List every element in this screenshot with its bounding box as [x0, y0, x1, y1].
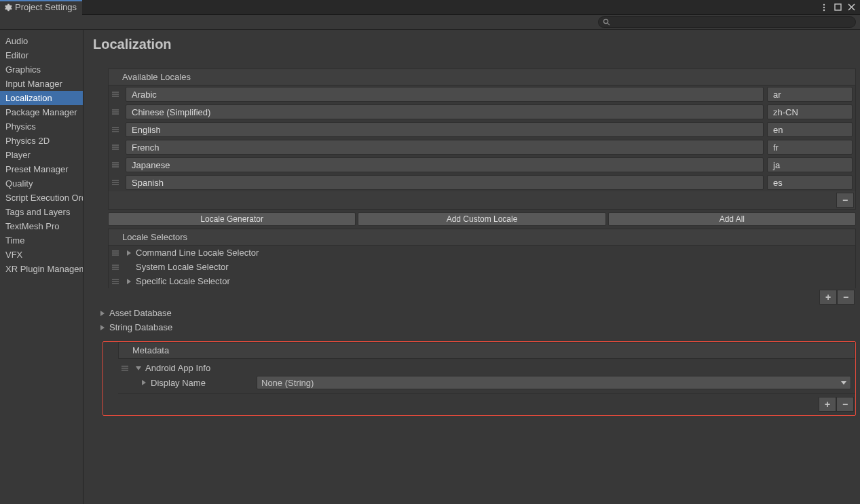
locale-selector-label: Command Line Locale Selector — [136, 248, 259, 258]
svg-point-2 — [823, 9, 825, 10]
svg-marker-44 — [841, 381, 846, 385]
svg-marker-36 — [127, 279, 131, 284]
search-input[interactable] — [598, 16, 856, 28]
sidebar-item-textmesh-pro[interactable]: TextMesh Pro — [0, 219, 83, 233]
drag-handle-icon[interactable] — [109, 161, 122, 168]
remove-metadata-button[interactable]: − — [836, 397, 854, 412]
sidebar-item-audio[interactable]: Audio — [0, 34, 83, 48]
sidebar-item-player[interactable]: Player — [0, 148, 83, 162]
available-locales-list: Arabic ar Chinese (Simplified) zh-CN Eng… — [108, 85, 856, 191]
locale-row: Japanese ja — [109, 156, 855, 174]
drag-handle-icon[interactable] — [109, 144, 122, 151]
add-all-button[interactable]: Add All — [608, 212, 856, 226]
toolbar-row — [0, 15, 860, 30]
drag-handle-icon[interactable] — [109, 126, 122, 133]
locale-name-field[interactable]: Japanese — [126, 157, 764, 172]
locale-code-field[interactable]: ar — [767, 87, 853, 102]
asset-database-label: Asset Database — [109, 308, 172, 318]
sidebar-item-package-manager[interactable]: Package Manager — [0, 105, 83, 119]
sidebar-item-graphics[interactable]: Graphics — [0, 62, 83, 77]
metadata-section: Metadata Android App Info Display Name N… — [102, 341, 856, 416]
svg-marker-43 — [142, 380, 146, 385]
display-name-dropdown[interactable]: None (String) — [257, 376, 851, 389]
sidebar-item-vfx[interactable]: VFX — [0, 248, 83, 262]
drag-handle-icon[interactable] — [109, 179, 122, 186]
locale-code-field[interactable]: es — [767, 175, 853, 190]
page-title: Localization — [93, 37, 856, 52]
locale-row: Chinese (Simplified) zh-CN — [109, 103, 855, 121]
search-text[interactable] — [613, 18, 851, 27]
sidebar-item-editor[interactable]: Editor — [0, 48, 83, 62]
window-tab-project-settings[interactable]: Project Settings — [0, 0, 82, 15]
drag-handle-icon[interactable] — [109, 91, 122, 98]
maximize-icon[interactable] — [833, 3, 842, 12]
available-locales-header: Available Locales — [108, 69, 856, 85]
sidebar-item-physics-2d[interactable]: Physics 2D — [0, 134, 83, 148]
display-name-label: Display Name — [151, 378, 253, 388]
sidebar-item-tags-and-layers[interactable]: Tags and Layers — [0, 205, 83, 219]
locale-selector-label: Specific Locale Selector — [136, 276, 230, 286]
settings-content: Localization Available Locales Arabic ar… — [83, 30, 860, 504]
foldout-closed-icon[interactable] — [141, 380, 147, 385]
kebab-menu-icon[interactable] — [819, 3, 829, 12]
locale-name-field[interactable]: French — [126, 140, 764, 155]
svg-marker-42 — [136, 366, 141, 370]
locale-selector-row: Command Line Locale Selector — [109, 246, 855, 260]
locale-code-field[interactable]: ja — [767, 157, 853, 172]
available-locales-footer: − — [108, 191, 856, 210]
add-metadata-button[interactable]: + — [819, 397, 836, 412]
search-icon — [603, 18, 610, 26]
locale-name-field[interactable]: Spanish — [126, 175, 764, 190]
locale-code-field[interactable]: en — [767, 122, 853, 137]
string-database-label: String Database — [109, 322, 172, 332]
locale-row: Spanish es — [109, 174, 855, 191]
locale-selector-row: Specific Locale Selector — [109, 274, 855, 288]
sidebar-item-preset-manager[interactable]: Preset Manager — [0, 162, 83, 176]
sidebar-item-quality[interactable]: Quality — [0, 176, 83, 191]
locale-name-field[interactable]: Arabic — [126, 87, 764, 102]
locale-name-field[interactable]: English — [126, 122, 764, 137]
locale-selector-row: System Locale Selector — [109, 260, 855, 274]
sidebar-item-time[interactable]: Time — [0, 233, 83, 248]
locale-selectors-list: Command Line Locale Selector System Loca… — [108, 246, 856, 288]
sidebar-item-input-manager[interactable]: Input Manager — [0, 77, 83, 91]
sidebar-item-xr-plugin-management[interactable]: XR Plugin Management — [0, 262, 83, 276]
window-tabbar: Project Settings — [0, 0, 860, 15]
sidebar-item-physics[interactable]: Physics — [0, 119, 83, 134]
metadata-header: Metadata — [118, 342, 855, 359]
locale-selector-label: System Locale Selector — [136, 262, 229, 272]
sidebar-item-script-execution-order[interactable]: Script Execution Order — [0, 191, 83, 205]
add-selector-button[interactable]: + — [819, 290, 837, 305]
add-custom-locale-button[interactable]: Add Custom Locale — [358, 212, 605, 226]
locale-selectors-header: Locale Selectors — [108, 229, 856, 246]
window-tab-title: Project Settings — [15, 2, 77, 12]
drag-handle-icon[interactable] — [109, 250, 122, 256]
asset-database-foldout[interactable]: Asset Database — [93, 306, 856, 320]
locale-code-field[interactable]: zh-CN — [767, 104, 853, 119]
locale-name-field[interactable]: Chinese (Simplified) — [126, 104, 764, 119]
gear-icon — [3, 3, 12, 12]
locale-row: English en — [109, 121, 855, 138]
svg-marker-37 — [100, 311, 105, 316]
close-icon[interactable] — [846, 3, 856, 12]
drag-handle-icon[interactable] — [118, 365, 132, 372]
locale-row: Arabic ar — [109, 85, 855, 103]
locale-row: French fr — [109, 138, 855, 156]
drag-handle-icon[interactable] — [109, 264, 122, 271]
foldout-closed-icon[interactable] — [126, 279, 132, 284]
string-database-foldout[interactable]: String Database — [93, 320, 856, 334]
foldout-open-icon[interactable] — [136, 366, 141, 371]
locale-generator-button[interactable]: Locale Generator — [108, 212, 356, 226]
svg-marker-38 — [100, 325, 105, 330]
drag-handle-icon[interactable] — [109, 109, 122, 115]
remove-locale-button[interactable]: − — [836, 193, 854, 208]
foldout-closed-icon[interactable] — [126, 250, 132, 256]
locale-code-field[interactable]: fr — [767, 140, 853, 155]
svg-marker-29 — [127, 250, 131, 256]
sidebar-item-localization[interactable]: Localization — [0, 91, 83, 105]
svg-point-6 — [603, 19, 607, 23]
svg-line-7 — [607, 23, 610, 25]
drag-handle-icon[interactable] — [109, 278, 122, 285]
display-name-value: None (String) — [261, 378, 314, 388]
remove-selector-button[interactable]: − — [837, 290, 855, 305]
